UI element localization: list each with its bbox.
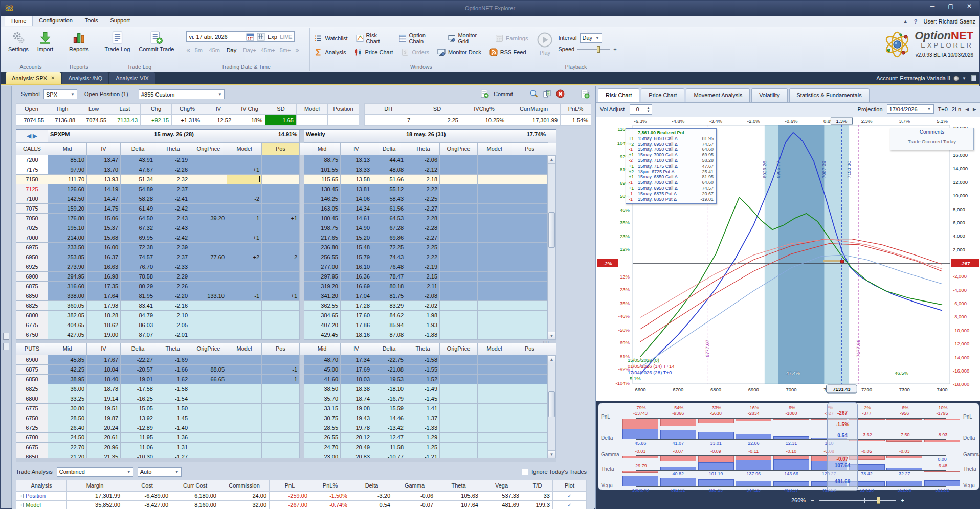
tab-risk-chart[interactable]: Risk Chart [598, 88, 639, 102]
exp-label[interactable]: Exp [268, 34, 277, 40]
time-step-Day-[interactable]: Day- [227, 47, 238, 53]
chain-row-6775[interactable]: 6775404.6518.6286.03-2.05407.2017.8685.9… [16, 320, 556, 330]
vol-adjust-spinner[interactable]: 0 ▲▼ [630, 104, 652, 115]
chain-row-7200[interactable]: 720085.1013.4743.91-2.1988.7513.1344.41-… [16, 155, 556, 165]
collapse-ribbon-icon[interactable]: ▲ [903, 16, 908, 27]
menu-item-tools[interactable]: Tools [79, 16, 104, 26]
calendar-icon[interactable] [246, 33, 254, 41]
account-selector[interactable]: Account: Estrategia Variada II ▼ [876, 72, 966, 84]
zoom-slider-handle[interactable] [877, 497, 880, 504]
zoom-slider[interactable] [819, 500, 896, 501]
chain-row-6725[interactable]: 672526.4020.24-12.89-1.4028.5519.78-13.4… [16, 423, 556, 433]
chain-row-6675[interactable]: 667522.7020.96-11.06-1.3124.7020.49-11.5… [16, 443, 556, 452]
zoom-in-icon[interactable]: + [901, 497, 904, 503]
window-button-option-chain[interactable]: Option Chain [399, 32, 440, 44]
zoom-out-icon[interactable]: − [811, 497, 814, 503]
doc-tab-analysis-nq[interactable]: Analysis: /NQ [62, 72, 108, 84]
expiry-group-header[interactable]: Weekly18 may. 26 (31)17.74% [304, 130, 548, 143]
chain-row-6825[interactable]: 6825360.0517.9883.41-2.16362.5517.2883.2… [16, 301, 556, 311]
spin-down-icon[interactable]: ▼ [645, 110, 652, 113]
live-label[interactable]: LIVE [280, 34, 292, 40]
maximize-button[interactable]: ▢ [946, 3, 956, 10]
trade-log-button[interactable]: Trade Log [101, 29, 134, 53]
time-step-45m+[interactable]: 45m+ [261, 47, 275, 53]
docked-panel-icon[interactable] [3, 343, 9, 350]
chain-row-7100[interactable]: 7100142.5014.4758.28-2.41-2146.2514.0658… [16, 194, 556, 204]
tab-statistics-fundamentals[interactable]: Statistics & Fundamentals [789, 88, 870, 102]
chain-row-7000[interactable]: 7000214.0015.6869.95-2.42+1217.6515.2069… [16, 233, 556, 243]
ignore-trades-checkbox[interactable] [522, 469, 528, 475]
window-button-price-chart[interactable]: Price Chart [354, 48, 393, 56]
spin-up-icon[interactable]: ▲ [645, 106, 652, 109]
time-split-icon[interactable] [257, 33, 265, 41]
symbol-select[interactable]: SPX ▼ [43, 89, 77, 99]
tab-movement-analysis[interactable]: Movement Analysis [686, 88, 750, 102]
window-button-watchlist[interactable]: Watchlist [314, 32, 347, 44]
settings-button[interactable]: Settings [5, 29, 32, 53]
chain-row-6775[interactable]: 677530.8019.51-15.05-1.5033.1519.08-15.5… [16, 404, 556, 413]
doc-tab-analysis-vix[interactable]: Analysis: VIX [109, 72, 155, 84]
trade-legend[interactable]: 7,861.00 Realized PnL+115may. 6850 Call … [626, 128, 717, 204]
time-step-5m-[interactable]: 5m- [195, 47, 205, 53]
chain-row-7125[interactable]: 7125126.6014.1954.89-2.37130.4513.8155.1… [16, 184, 556, 194]
chain-row-6825[interactable]: 682536.0018.78-17.58-1.5838.5018.38-18.1… [16, 384, 556, 394]
window-button-analysis[interactable]: Analysis [314, 48, 346, 56]
scroll-up-icon[interactable]: ▲ [548, 356, 555, 363]
fast-forward-icon[interactable]: » [295, 46, 299, 54]
chevron-right-icon[interactable]: ▶ [973, 107, 976, 112]
menu-item-home[interactable]: Home [5, 16, 33, 26]
speed-slider-handle[interactable] [597, 46, 600, 53]
scrollbar[interactable]: ▲▼ [547, 355, 556, 458]
tab-volatility[interactable]: Volatility [751, 88, 787, 102]
chain-row-6950[interactable]: 6950253.8516.3774.57-2.3777.60+2-2256.55… [16, 252, 556, 262]
chain-row-7150[interactable]: 7150111.7013.9351.34-2.32115.6513.5851.6… [16, 175, 556, 184]
comments-box[interactable]: Comments Trade Occurred Today [890, 128, 974, 150]
commit-trade-button[interactable]: Commit Trade [135, 29, 177, 53]
delete-icon[interactable] [556, 89, 565, 98]
expiry-group-header[interactable]: SPXPM15 may. 26 (28)14.91% [48, 130, 300, 143]
chain-row-6925[interactable]: 6925273.9016.6376.70-2.33277.0016.1076.4… [16, 262, 556, 272]
pin-panel-icon[interactable] [971, 75, 976, 81]
plot-checkbox[interactable]: ✓ [567, 502, 572, 508]
scroll-up-icon[interactable]: ▲ [548, 156, 555, 164]
close-button[interactable]: ✕ [964, 3, 974, 10]
time-step-Day+[interactable]: Day+ [243, 47, 256, 53]
chain-row-6900[interactable]: 690045.8517.67-22.27-1.6948.7017.34-22.7… [16, 355, 556, 365]
projection-t-label[interactable]: T+0 [938, 106, 948, 112]
tab-price-chart[interactable]: Price Chart [641, 88, 684, 102]
chain-row-6750[interactable]: 6750427.0519.0087.07-2.01429.4518.1687.0… [16, 330, 556, 340]
reports-button[interactable]: Reports [65, 29, 93, 53]
chain-row-6800[interactable]: 680033.2519.14-16.25-1.5435.7018.74-16.7… [16, 394, 556, 404]
doc-tab-analysis-spx[interactable]: Analysis: SPX✕ [6, 72, 61, 84]
projection-date-select[interactable]: 17/04/2026 ▼ [887, 104, 934, 114]
chevron-left-icon[interactable]: ◀ [27, 131, 31, 141]
chain-row-6650[interactable]: 665021.2021.35-10.30-1.2723.0020.83-10.7… [16, 452, 556, 458]
chain-row-7050[interactable]: 7050176.8015.0664.50-2.4339.20-1+1180.45… [16, 214, 556, 223]
search-icon[interactable] [529, 89, 538, 98]
chain-row-7075[interactable]: 7075159.2014.7561.49-2.42163.0514.3461.5… [16, 204, 556, 214]
window-button-monitor-grid[interactable]: Monitor Grid [448, 32, 487, 44]
window-button-monitor-dock[interactable]: Monitor Dock [437, 48, 481, 56]
chain-row-6800[interactable]: 6800382.0518.2884.79-2.10384.6517.6084.6… [16, 311, 556, 320]
cascade-windows-icon[interactable] [543, 89, 551, 98]
chain-nav[interactable]: ◀▶ [16, 130, 48, 143]
plot-checkbox[interactable]: ✓ [567, 493, 572, 499]
import-button[interactable]: Import [34, 29, 57, 53]
scroll-thumb[interactable] [548, 212, 555, 248]
expand-icon[interactable]: + [19, 494, 24, 498]
menu-item-support[interactable]: Support [104, 16, 136, 26]
time-step-45m-[interactable]: 45m- [209, 47, 222, 53]
scroll-down-icon[interactable]: ▼ [548, 332, 555, 339]
commit-icon[interactable] [480, 89, 489, 98]
time-step-5m+[interactable]: 5m+ [280, 47, 291, 53]
commit-button[interactable]: Commit [494, 91, 513, 97]
new-window-icon[interactable] [581, 89, 590, 99]
chain-row-6875[interactable]: 687542.2518.04-20.57-1.6688.05-145.0017.… [16, 365, 556, 375]
analysis-row-model[interactable]: +Model35,852.00-8,427.008,160.0032.00-26… [16, 500, 587, 509]
speed-slider[interactable] [577, 49, 610, 50]
scroll-thumb[interactable] [548, 391, 555, 417]
speed-plus-icon[interactable]: + [613, 46, 616, 52]
analysis-row-name[interactable]: +Model [16, 500, 67, 509]
close-tab-icon[interactable]: ✕ [51, 72, 55, 84]
chain-row-6750[interactable]: 675028.5019.87-13.92-1.4530.7519.43-14.4… [16, 413, 556, 423]
